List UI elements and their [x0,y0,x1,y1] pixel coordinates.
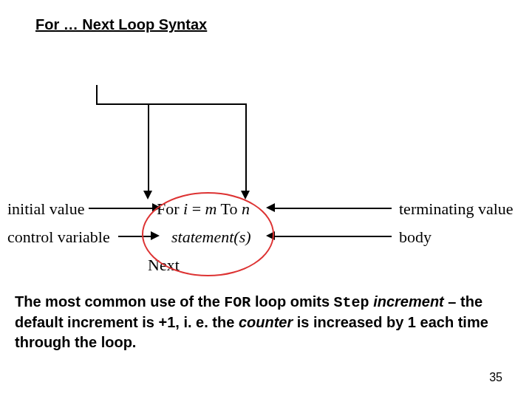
keyword-step: Step [334,294,369,311]
slide-title: For … Next Loop Syntax [35,16,207,33]
page-number: 35 [489,371,502,384]
arrow-line [273,236,392,237]
label-terminating-value: terminating value [399,200,514,219]
text: The most common use of the [15,293,224,310]
bracket-line [96,103,149,105]
diagram: initial value control variable terminati… [0,44,532,259]
term-increment: increment [373,293,444,310]
arrow-head-icon [143,191,152,200]
highlight-ellipse [142,192,274,276]
bracket-line [148,103,247,105]
arrow-line [273,208,392,209]
keyword-for: FOR [224,294,250,311]
label-control-variable: control variable [7,228,110,247]
term-counter: counter [239,314,293,330]
description-paragraph: The most common use of the FOR loop omit… [15,292,517,352]
text: loop [250,293,286,310]
arrow-line [89,208,154,209]
label-initial-value: initial value [7,200,84,219]
label-body: body [399,228,432,247]
bracket-line [245,103,247,192]
bracket-line [148,103,149,192]
text: omits [286,293,333,310]
bracket-line [96,85,98,105]
arrow-head-icon [266,203,275,212]
